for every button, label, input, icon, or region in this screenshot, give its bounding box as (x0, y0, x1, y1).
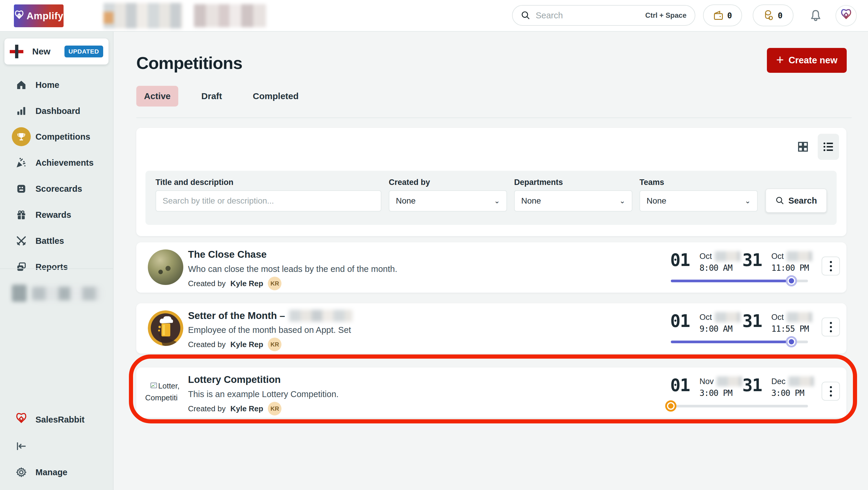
sidebar-divider (0, 268, 114, 269)
list-view-icon (822, 140, 835, 153)
filter-label-departments: Departments (514, 178, 563, 187)
sidebar-item-dashboard[interactable]: Dashboard (0, 99, 114, 123)
chevron-down-icon: ⌄ (745, 197, 751, 205)
search-icon (775, 196, 784, 205)
departments-value: None (521, 196, 541, 206)
tab-completed[interactable]: Completed (245, 86, 306, 107)
start-month: Nov (700, 377, 714, 386)
sidebar-item-manage[interactable]: Manage (0, 463, 114, 482)
user-avatar[interactable] (835, 5, 857, 26)
created-by-prefix: Created by (188, 340, 225, 349)
page-title: Competitions (136, 53, 242, 73)
redacted-year (787, 251, 812, 261)
competition-thumbnail (148, 310, 183, 346)
competition-description: This is an example Lottery Competition. (188, 390, 339, 399)
progress-knob[interactable] (786, 336, 797, 347)
broken-alt-text: Competiti (145, 392, 184, 404)
created-by: Created by Kyle Rep KR (188, 277, 281, 290)
coins-icon (764, 10, 774, 21)
title-search-input[interactable]: Search by title or description... (156, 190, 381, 211)
gift-icon (12, 205, 31, 224)
collapse-sidebar-button[interactable] (0, 437, 114, 455)
competition-row-lottery[interactable]: Lotter, Competiti Lottery Competition Th… (136, 368, 846, 418)
sidebar-item-label: Battles (35, 236, 64, 246)
teams-select[interactable]: None ⌄ (640, 190, 758, 211)
competition-progress-bar[interactable] (671, 280, 808, 282)
creator-name: Kyle Rep (230, 279, 263, 288)
competition-row-setter-of-month[interactable]: Setter of the Month – Employee of the mo… (136, 303, 846, 354)
broken-alt-text: Lotter, (158, 380, 180, 392)
tab-draft[interactable]: Draft (194, 86, 230, 107)
start-month: Oct (700, 252, 712, 261)
sidebar-item-achievements[interactable]: Achievements (0, 151, 114, 175)
sidebar-item-home[interactable]: Home (0, 73, 114, 97)
tab-active[interactable]: Active (136, 86, 178, 107)
rabbit-logo-icon (14, 10, 24, 22)
plus-icon: + (776, 53, 784, 66)
grid-view-button[interactable] (792, 134, 814, 160)
amplify-logo[interactable]: Amplify (14, 4, 64, 27)
chevron-down-icon: ⌄ (494, 197, 500, 205)
redacted-org-icon (12, 285, 27, 302)
crossed-swords-icon (12, 231, 31, 250)
scorecard-icon (12, 179, 31, 198)
manage-label: Manage (35, 467, 67, 477)
competition-progress-bar[interactable] (671, 405, 808, 407)
competition-progress-bar[interactable] (671, 341, 808, 343)
sidebar: New UPDATED Home Dashboard Competit (0, 32, 114, 490)
sidebar-item-rewards[interactable]: Rewards (0, 203, 114, 227)
sidebar-item-battles[interactable]: Battles (0, 229, 114, 253)
competition-row-close-chase[interactable]: The Close Chase Who can close the most l… (136, 242, 846, 293)
competition-title: Setter of the Month – (188, 310, 352, 322)
filter-search-button[interactable]: Search (766, 189, 827, 213)
gear-icon (13, 464, 30, 481)
competition-title: The Close Chase (188, 249, 267, 260)
coins-button[interactable]: 0 (753, 4, 794, 26)
filter-label-teams: Teams (640, 178, 664, 187)
progress-knob[interactable] (665, 400, 676, 411)
end-month: Oct (771, 313, 784, 322)
chevron-down-icon: ⌄ (619, 197, 625, 205)
sidebar-item-label: Rewards (35, 210, 71, 220)
competition-title: Lottery Competition (188, 374, 281, 385)
broken-image-icon (151, 382, 158, 389)
notifications-button[interactable] (809, 9, 823, 23)
search-placeholder: Search (536, 11, 640, 21)
filter-label-created-by: Created by (389, 178, 430, 187)
create-new-button[interactable]: + Create new (767, 48, 847, 73)
redacted-year (717, 376, 742, 386)
wallet-button[interactable]: 0 (703, 4, 742, 26)
end-day: 31 (742, 311, 762, 331)
created-by-select[interactable]: None ⌄ (389, 190, 507, 211)
departments-select[interactable]: None ⌄ (514, 190, 632, 211)
top-bar: Amplify Search Ctrl + Space 0 0 (0, 0, 868, 32)
progress-knob[interactable] (786, 275, 797, 286)
redacted-year (787, 312, 812, 322)
row-menu-button[interactable] (822, 382, 840, 401)
competition-description: Who can close the most leads by the end … (188, 264, 397, 274)
list-view-button[interactable] (818, 134, 839, 160)
plus-icon (10, 45, 23, 58)
sidebar-item-label: Competitions (35, 132, 90, 142)
end-month: Oct (771, 252, 784, 261)
sidebar-item-label: Reports (35, 262, 68, 272)
redacted-breadcrumb-2 (194, 4, 266, 27)
competition-thumbnail (148, 250, 183, 285)
redacted-year (715, 251, 740, 261)
sidebar-item-salesrabbit[interactable]: SalesRabbit (0, 410, 114, 429)
avatar-rabbit-icon (840, 8, 852, 23)
filter-panel: Title and description Created by Departm… (146, 171, 837, 225)
creator-name: Kyle Rep (230, 404, 263, 413)
row-menu-button[interactable] (822, 317, 840, 337)
row-menu-button[interactable] (822, 257, 840, 276)
sidebar-item-reports[interactable]: Reports (0, 255, 114, 279)
sidebar-item-scorecards[interactable]: Scorecards (0, 177, 114, 201)
new-button[interactable]: New UPDATED (4, 38, 108, 64)
sidebar-item-competitions[interactable]: Competitions (0, 125, 114, 148)
redacted-org-name (32, 287, 100, 300)
broken-image-placeholder: Lotter, Competiti (145, 375, 184, 410)
global-search-input[interactable]: Search Ctrl + Space (512, 5, 695, 26)
salesrabbit-label: SalesRabbit (35, 415, 85, 425)
home-icon (12, 76, 31, 94)
creator-avatar: KR (268, 402, 281, 415)
